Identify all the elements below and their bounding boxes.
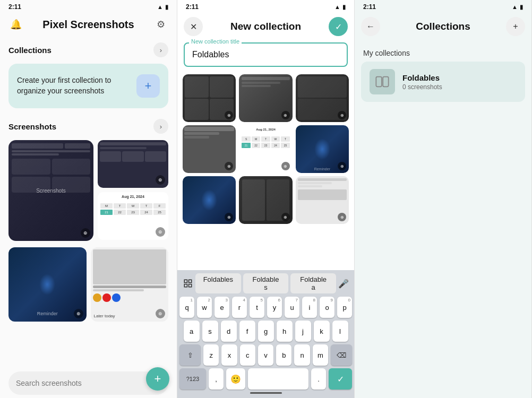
keyboard-grid-icon[interactable] [182,273,194,293]
close-button[interactable]: ✕ [184,17,203,36]
add-collection-button[interactable]: + [136,74,160,98]
panel-new-collection: 2:11 ▲ ▮ ✕ New collection ✓ New collecti… [177,0,355,398]
mosaic-cell-3[interactable]: ⊕ [296,74,349,122]
screenshot-bottom-2[interactable]: Later today ⊕ [91,247,169,322]
autocomplete-2[interactable]: Foldable s [243,273,289,293]
battery-icon-2: ▮ [342,4,346,11]
settings-icon[interactable]: ⚙ [153,17,168,32]
keyboard-row-4: ?123 , 🙂 . ✓ [179,368,352,390]
mosaic-cell-8[interactable]: ⊕ [239,176,292,224]
add-collection-plus-button[interactable]: + [506,17,525,36]
add-fab-button[interactable]: + [146,367,169,391]
screenshot-mosaic: ⊕ ⊕ ⊕ ⊕ [177,72,354,226]
key-period[interactable]: . [311,368,326,390]
time-3: 2:11 [363,3,376,11]
screenshots-chevron-button[interactable]: › [153,119,168,134]
screenshot-small-1[interactable]: ⊕ [98,140,168,188]
num-key[interactable]: ?123 [179,368,206,390]
mosaic-badge-6: ⊕ [338,162,346,170]
screenshot-badge-5: ⊕ [156,309,165,318]
key-u[interactable]: 7u [285,297,299,318]
key-z[interactable]: z [203,344,219,366]
key-q[interactable]: 1q [179,297,194,318]
key-t[interactable]: 5t [250,297,264,318]
key-k[interactable]: k [314,321,330,342]
key-comma[interactable]: , [209,368,224,390]
key-c[interactable]: c [240,344,255,366]
back-button[interactable]: ← [361,17,380,36]
app-title: Pixel Screenshots [42,19,134,31]
key-g[interactable]: g [258,321,274,342]
key-p[interactable]: 0p [337,297,352,318]
collection-info: Foldables 0 screenshots [402,73,442,91]
collections-chevron-button[interactable]: › [153,42,168,57]
screenshot-large-1[interactable]: Screenshots ⊕ [8,140,93,241]
key-y[interactable]: 6y [267,297,282,318]
bell-icon[interactable]: 🔔 [8,17,23,32]
key-r[interactable]: 4r [232,297,247,318]
key-s[interactable]: s [202,321,218,342]
search-input[interactable] [16,379,144,387]
key-v[interactable]: v [258,344,273,366]
collection-title-input[interactable] [184,42,348,67]
key-b[interactable]: b [276,344,291,366]
mic-keyboard-icon[interactable]: 🎤 [337,273,350,293]
key-i[interactable]: 8i [302,297,317,318]
screenshot-bottom-1[interactable]: Reminder ⊕ [8,247,87,322]
shift-key[interactable]: ⇧ [179,344,201,366]
mosaic-cell-7[interactable]: ⊕ [183,176,236,224]
collections-header: ← Collections + [355,13,531,42]
mosaic-badge-7: ⊕ [225,213,233,221]
battery-icon-3: ▮ [520,4,523,11]
mosaic-badge-9: ⊕ [338,213,346,221]
screenshot-small-2[interactable]: Aug 21, 2024 MTWTF 21 22232425 ⊕ [98,192,168,240]
mosaic-cell-4[interactable]: ⊕ [183,125,236,173]
key-x[interactable]: x [221,344,237,366]
screenshots-section-title: Screenshots [8,122,56,131]
foldables-collection-item[interactable]: Foldables 0 screenshots [361,62,525,102]
mosaic-badge-8: ⊕ [281,213,290,221]
time-1: 2:11 [8,3,21,11]
status-bar-2: 2:11 ▲ ▮ [177,0,354,13]
collection-title-input-wrap: New collection title [184,42,348,67]
mosaic-badge-5: ⊕ [281,162,290,170]
key-n[interactable]: n [294,344,310,366]
autocomplete-3[interactable]: Foldable a [290,273,336,293]
status-icons-3: ▲ ▮ [512,4,523,11]
mosaic-cell-2[interactable]: ⊕ [239,74,292,122]
mosaic-cell-6[interactable]: Reminder ⊕ [296,125,349,173]
create-collection-card: Create your first collection to organize… [8,64,168,108]
my-collections-label: My collections [355,42,531,62]
bottom-screenshots-row: Reminder ⊕ Later today ⊕ [0,243,177,326]
mosaic-cell-5[interactable]: Aug 21, 2024 SMTWT 21 22232425 ⊕ [239,125,292,173]
new-collection-title: New collection [230,21,301,32]
key-l[interactable]: l [332,321,348,342]
key-h[interactable]: h [277,321,293,342]
handle-bar [250,392,282,394]
svg-rect-5 [383,77,389,87]
input-label: New collection title [189,38,242,45]
confirm-button[interactable]: ✓ [329,17,348,36]
enter-key[interactable]: ✓ [329,368,352,390]
svg-rect-4 [376,77,382,87]
autocomplete-1[interactable]: Foldables [195,273,241,293]
key-o[interactable]: 9o [320,297,334,318]
screenshot-small-column: ⊕ Aug 21, 2024 MTWTF 21 22232425 ⊕ [98,140,168,241]
panel-pixel-screenshots: 2:11 ▲ ▮ 🔔 Pixel Screenshots ⚙ Collectio… [0,0,177,398]
emoji-key[interactable]: 🙂 [226,368,245,390]
collections-section-row: Collections › [0,38,177,62]
keyboard-row-2: a s d f g h j k l [179,321,352,342]
spacebar[interactable] [248,368,308,390]
backspace-key[interactable]: ⌫ [331,344,352,366]
status-icons-1: ▲ ▮ [157,4,168,11]
search-bar: 🎤 [8,371,168,395]
key-m[interactable]: m [313,344,328,366]
key-a[interactable]: a [184,321,200,342]
mosaic-cell-1[interactable]: ⊕ [183,74,236,122]
key-w[interactable]: 2w [197,297,212,318]
key-e[interactable]: 3e [214,297,229,318]
key-d[interactable]: d [221,321,237,342]
key-f[interactable]: f [239,321,255,342]
key-j[interactable]: j [295,321,311,342]
mosaic-cell-9[interactable]: ⊕ [296,176,349,224]
